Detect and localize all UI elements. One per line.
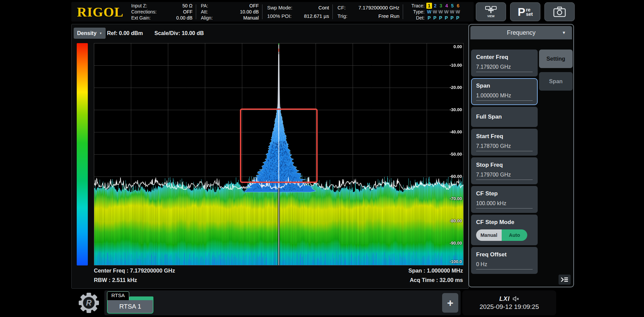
center-freq-annotation: Center Freq : 7.179200000 GHz: [94, 267, 175, 274]
ext-gain-label: Ext Gain:: [131, 15, 151, 21]
menu-item-cf-step-mode[interactable]: CF Step Mode Manual Auto: [471, 215, 538, 245]
sweep-column: Swp Mode:Cont 100% POI:812.671 µs: [262, 2, 329, 22]
camera-icon: [552, 6, 567, 18]
align-value: Manual: [243, 15, 259, 21]
att-value: 10.00 dB: [240, 9, 259, 15]
display-mode-label: Density: [77, 30, 97, 36]
trace-4[interactable]: 4: [444, 3, 450, 9]
pa-label: PA:: [201, 3, 208, 9]
screen: RIGOL Input Z:50 Ω Corrections:OFF Ext G…: [0, 0, 644, 317]
spectrum-window: Density ▼ Ref: 0.00 dBm Scale/Div: 10.00…: [71, 24, 469, 289]
tab-setting[interactable]: Setting: [539, 50, 573, 68]
status-bar: RIGOL Input Z:50 Ω Corrections:OFF Ext G…: [71, 2, 474, 22]
input-z-value: 50 Ω: [182, 3, 192, 9]
preset-icon: P re set: [518, 7, 533, 17]
ref-level-readout: Ref: 0.00 dBm: [107, 30, 143, 36]
speaker-muted-icon: [512, 296, 519, 302]
poi-row: 100% POI:812.671 µs: [267, 12, 329, 20]
y-tick: -90.00: [450, 241, 462, 246]
cf-value: 7.179200000 GHz: [358, 4, 399, 12]
amp-settings-column: PA:OFF Att:10.00 dB Align:Manual: [196, 2, 259, 22]
multi-view-button[interactable]: VIEW: [476, 2, 506, 21]
rtsa-app-tab[interactable]: RTSA RTSA 1: [107, 291, 153, 314]
menu-item-stop-freq[interactable]: Stop Freq 7.179700 GHz: [471, 157, 538, 184]
chevron-down-icon: ▼: [562, 30, 566, 35]
screenshot-button[interactable]: [544, 2, 575, 21]
corrections-label: Corrections:: [131, 9, 156, 15]
trace-1[interactable]: 1: [426, 3, 432, 9]
det-label: Det:: [408, 15, 425, 21]
cf-step-mode-toggle[interactable]: Manual Auto: [476, 229, 527, 241]
toolbar-buttons: VIEW P re set: [476, 2, 575, 22]
trace-3[interactable]: 3: [438, 3, 444, 9]
tab-span[interactable]: Span: [539, 72, 573, 91]
lxi-logo: LXI: [499, 295, 510, 303]
add-app-button[interactable]: +: [442, 293, 458, 313]
menu-header-dropdown[interactable]: Frequency ▼: [470, 26, 572, 39]
menu-collapse-button[interactable]: [559, 275, 571, 285]
zoom-region-box[interactable]: [240, 108, 318, 183]
menu-item-span[interactable]: Span 1.000000 MHz: [471, 78, 538, 105]
frequency-menu-panel: Frequency ▼ Center Freq 7.179200 GHz Spa…: [468, 24, 574, 287]
span-annotation: Span : 1.000000 MHz: [408, 267, 463, 274]
y-tick: -70.00: [450, 196, 462, 201]
tab-accent-strip: [129, 296, 153, 300]
rigol-logo: RIGOL: [71, 2, 129, 22]
type-4: W: [443, 9, 449, 15]
type-3: W: [438, 9, 443, 15]
input-z-label: Input Z:: [131, 3, 147, 9]
y-tick: -10.00: [450, 63, 462, 68]
poi-label: 100% POI:: [267, 12, 292, 20]
menu-item-full-span[interactable]: Full Span: [471, 107, 538, 127]
cf-trig-column: CF:7.179200000 GHz Trig:Free Run: [333, 2, 399, 22]
att-label: Att:: [201, 9, 208, 15]
align-label: Align:: [201, 15, 213, 21]
gear-icon: R: [78, 292, 99, 313]
trace-5[interactable]: 5: [450, 3, 455, 9]
input-z-row: Input Z:50 Ω: [131, 3, 192, 9]
det-3: P: [438, 15, 443, 21]
det-row: Det: P P P P P P: [408, 15, 461, 21]
trig-label: Trig:: [337, 12, 347, 20]
trace-row: Trace: 1 2 3 4 5 6: [408, 3, 461, 9]
app-tab-strip: RTSA RTSA 1 +: [104, 290, 461, 315]
divider: [403, 4, 403, 19]
collapse-menu-icon: [561, 277, 569, 283]
det-6: P: [455, 15, 461, 21]
display-mode-dropdown[interactable]: Density ▼: [74, 28, 106, 39]
corrections-row: Corrections:OFF: [131, 9, 192, 15]
swp-mode-label: Swp Mode:: [267, 4, 292, 12]
trace-2[interactable]: 2: [432, 3, 438, 9]
type-row: Type: W W W W W W: [408, 9, 461, 15]
rbw-annotation: RBW : 2.511 kHz: [94, 277, 137, 283]
menu-item-center-freq[interactable]: Center Freq 7.179200 GHz: [471, 50, 538, 76]
align-row: Align:Manual: [201, 15, 259, 21]
datetime-readout: 2025-09-12 19:09:25: [479, 303, 539, 311]
multi-view-icon: VIEW: [484, 5, 498, 18]
toggle-option-manual[interactable]: Manual: [476, 229, 502, 241]
trace-6[interactable]: 6: [455, 3, 461, 9]
system-menu-button[interactable]: R: [75, 291, 102, 315]
poi-value: 812.671 µs: [304, 12, 329, 20]
ext-gain-value: 0.00 dB: [176, 15, 192, 21]
type-6: W: [455, 9, 461, 15]
menu-item-cf-step[interactable]: CF Step 100.000 kHz: [471, 186, 538, 213]
input-settings-column: Input Z:50 Ω Corrections:OFF Ext Gain:0.…: [129, 2, 192, 22]
menu-item-start-freq[interactable]: Start Freq 7.178700 GHz: [471, 129, 538, 156]
toggle-option-auto[interactable]: Auto: [502, 229, 527, 241]
menu-item-freq-offset[interactable]: Freq Offset 0 Hz: [471, 247, 538, 274]
chevron-down-icon: ▼: [99, 32, 102, 35]
det-5: P: [449, 15, 455, 21]
swp-mode-value: Cont: [318, 4, 329, 12]
trace-status-block[interactable]: Trace: 1 2 3 4 5 6 Type: W W W W W W Det…: [408, 2, 461, 22]
y-tick: -30.00: [450, 107, 462, 112]
cf-row: CF:7.179200000 GHz: [337, 4, 399, 12]
trig-row: Trig:Free Run: [337, 12, 399, 20]
type-1: W: [426, 9, 432, 15]
swp-mode-row: Swp Mode:Cont: [267, 4, 329, 12]
app-tab-label[interactable]: RTSA 1: [107, 300, 153, 314]
corrections-value: OFF: [183, 9, 192, 15]
spectrum-plot[interactable]: 0.00 -10.00 -20.00 -30.00 -40.00 -50.00 …: [94, 43, 464, 265]
preset-button[interactable]: P re set: [510, 2, 540, 21]
status-clock-panel[interactable]: LXI 2025-09-12 19:09:25: [462, 290, 556, 315]
